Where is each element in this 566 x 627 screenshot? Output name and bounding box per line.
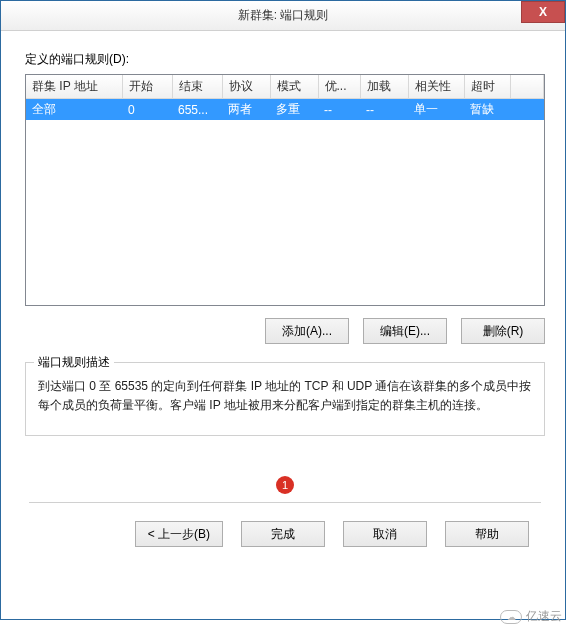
cell-spacer xyxy=(510,99,544,121)
rule-buttons-row: 添加(A)... 编辑(E)... 删除(R) xyxy=(25,318,545,344)
table-header-row: 群集 IP 地址 开始 结束 协议 模式 优... 加载 相关性 超时 xyxy=(26,75,544,99)
cell-priority: -- xyxy=(318,99,360,121)
defined-rules-label: 定义的端口规则(D): xyxy=(25,51,545,68)
cell-end: 655... xyxy=(172,99,222,121)
groupbox-title: 端口规则描述 xyxy=(34,354,114,371)
col-load[interactable]: 加载 xyxy=(360,75,408,99)
window-title: 新群集: 端口规则 xyxy=(1,7,565,24)
help-button[interactable]: 帮助 xyxy=(445,521,529,547)
cell-start: 0 xyxy=(122,99,172,121)
remove-button[interactable]: 删除(R) xyxy=(461,318,545,344)
cell-affinity: 单一 xyxy=(408,99,464,121)
description-groupbox: 端口规则描述 到达端口 0 至 65535 的定向到任何群集 IP 地址的 TC… xyxy=(25,362,545,436)
col-cluster-ip[interactable]: 群集 IP 地址 xyxy=(26,75,122,99)
add-button[interactable]: 添加(A)... xyxy=(265,318,349,344)
close-icon: X xyxy=(539,5,547,19)
col-priority[interactable]: 优... xyxy=(318,75,360,99)
col-timeout[interactable]: 超时 xyxy=(464,75,510,99)
edit-button[interactable]: 编辑(E)... xyxy=(363,318,447,344)
watermark: ☁ 亿速云 xyxy=(500,608,562,625)
title-bar: 新群集: 端口规则 X xyxy=(1,1,565,31)
cell-mode: 多重 xyxy=(270,99,318,121)
cell-cluster-ip: 全部 xyxy=(26,99,122,121)
cell-protocol: 两者 xyxy=(222,99,270,121)
col-spacer xyxy=(510,75,544,99)
port-rules-table-container: 群集 IP 地址 开始 结束 协议 模式 优... 加载 相关性 超时 全部 xyxy=(25,74,545,306)
table-row[interactable]: 全部 0 655... 两者 多重 -- -- 单一 暂缺 xyxy=(26,99,544,121)
close-button[interactable]: X xyxy=(521,1,565,23)
cloud-icon: ☁ xyxy=(500,610,522,624)
wizard-footer: < 上一步(B) 完成 取消 帮助 xyxy=(25,503,545,563)
cancel-button[interactable]: 取消 xyxy=(343,521,427,547)
cell-load: -- xyxy=(360,99,408,121)
step-badge: 1 xyxy=(276,476,294,494)
description-text: 到达端口 0 至 65535 的定向到任何群集 IP 地址的 TCP 和 UDP… xyxy=(38,377,532,415)
col-affinity[interactable]: 相关性 xyxy=(408,75,464,99)
dialog-window: 新群集: 端口规则 X 定义的端口规则(D): 群集 IP 地址 开始 结束 协… xyxy=(0,0,566,620)
finish-button[interactable]: 完成 xyxy=(241,521,325,547)
watermark-text: 亿速云 xyxy=(526,608,562,625)
step-annotation: 1 xyxy=(25,476,545,494)
dialog-content: 定义的端口规则(D): 群集 IP 地址 开始 结束 协议 模式 优... 加载… xyxy=(1,31,565,619)
cell-timeout: 暂缺 xyxy=(464,99,510,121)
col-protocol[interactable]: 协议 xyxy=(222,75,270,99)
col-start[interactable]: 开始 xyxy=(122,75,172,99)
back-button[interactable]: < 上一步(B) xyxy=(135,521,223,547)
port-rules-table[interactable]: 群集 IP 地址 开始 结束 协议 模式 优... 加载 相关性 超时 全部 xyxy=(26,75,544,120)
col-mode[interactable]: 模式 xyxy=(270,75,318,99)
col-end[interactable]: 结束 xyxy=(172,75,222,99)
